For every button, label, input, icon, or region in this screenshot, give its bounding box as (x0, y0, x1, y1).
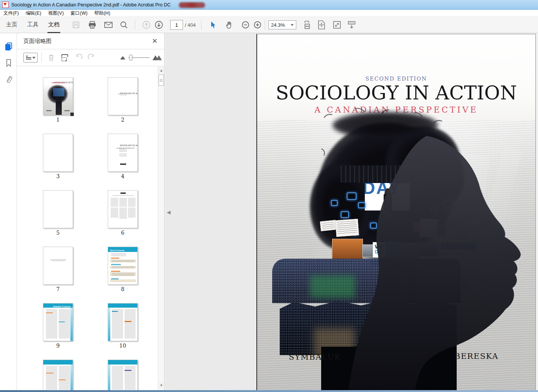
rotate-ccw-icon (75, 54, 83, 61)
rotate-counterclockwise-button[interactable] (73, 52, 84, 63)
window-title: Sociology in Action A Canadian Perspecti… (11, 2, 171, 8)
cover-edition: SECOND EDITION (257, 76, 535, 82)
thumbnail-page-12[interactable]: 12 (90, 360, 155, 390)
thumbnail-toolbar (17, 49, 164, 66)
rotate-cw-icon (87, 54, 96, 61)
document-scrollbar[interactable] (536, 33, 538, 390)
zoom-level-select[interactable]: 24.3% (268, 20, 296, 29)
crop-pages-button[interactable] (59, 52, 70, 63)
pdf-logo-icon (2, 2, 9, 8)
bookmark-icon (5, 59, 12, 67)
print-icon (88, 21, 97, 29)
tab-document[interactable]: 文档 (47, 17, 60, 33)
thumb-label: 1 (56, 117, 60, 123)
sidebar-item-attachments[interactable] (0, 72, 17, 87)
page-down-icon (154, 20, 163, 29)
page-count-label: / 404 (185, 22, 196, 28)
redacted-smudge (179, 2, 205, 8)
scroll-up-button[interactable]: ▲ (159, 67, 164, 73)
thumb-label: 4 (121, 173, 125, 179)
page-thumbnails-panel: 页面缩略图 ✕ (17, 33, 165, 390)
acrobat-window: Sociology in Action A Canadian Perspecti… (0, 0, 538, 392)
collapse-panel-button[interactable]: ◀ (167, 209, 171, 215)
email-icon (104, 21, 113, 29)
save-icon (72, 21, 80, 29)
thumbnail-page-11[interactable]: 11 (26, 360, 90, 390)
author-left: SYMBALUK (289, 352, 341, 361)
rotate-clockwise-button[interactable] (86, 52, 97, 63)
sidebar-item-page-thumbnails[interactable] (0, 39, 17, 53)
thumbnail-page-1[interactable]: SOCIOLOGY IN ACTION 1 (26, 77, 90, 134)
thumbnail-page-9[interactable]: Detailed Contents 9 (26, 303, 90, 360)
crop-pages-icon (60, 53, 69, 62)
thumbnail-grid: SOCIOLOGY IN ACTION 1 SOCIOLOGY IN A (17, 66, 158, 390)
document-pane: ◀ (165, 33, 538, 390)
thumbnail-page-8[interactable]: Brief Contents 8 (90, 247, 155, 303)
panel-close-button[interactable]: ✕ (151, 37, 159, 45)
toolbar-divider (135, 20, 135, 30)
thumb-label: 3 (56, 173, 60, 179)
print-button[interactable] (87, 19, 98, 31)
search-button[interactable] (118, 19, 130, 31)
search-icon (120, 21, 128, 29)
options-list-icon (26, 55, 31, 60)
author-right: BERESKA (454, 352, 498, 361)
thumb-label: 7 (56, 286, 60, 292)
thumbnail-zoom-out-button[interactable] (120, 52, 125, 63)
previous-page-button[interactable] (141, 19, 152, 31)
menu-item-view[interactable]: 视图(V) (45, 10, 67, 17)
menu-item-edit[interactable]: 编辑(E) (22, 10, 45, 17)
zoom-out-icon (241, 21, 250, 29)
menu-item-window[interactable]: 窗口(W) (67, 10, 91, 17)
menu-item-file[interactable]: 文件(F) (0, 10, 22, 17)
zoom-out-button[interactable] (240, 19, 251, 31)
thumbnail-zoom-in-button[interactable] (152, 52, 162, 63)
fullscreen-button[interactable] (331, 19, 343, 31)
view-box-handle[interactable] (70, 113, 74, 116)
thumbnail-scrollbar[interactable]: ▲ ▼ (158, 66, 164, 390)
read-mode-button[interactable] (346, 19, 357, 31)
fit-page-button[interactable] (316, 19, 327, 31)
delete-page-button[interactable] (46, 52, 56, 63)
slider-knob[interactable] (129, 55, 133, 61)
hand-tool-button[interactable] (224, 19, 235, 31)
menu-item-help[interactable]: 帮助(H) (91, 10, 113, 17)
sidebar-item-bookmarks[interactable] (0, 56, 17, 70)
panel-title: 页面缩略图 (23, 38, 52, 45)
thumbnail-page-4[interactable]: SOCIOLOGY IN ACTION A CANADIAN PERSPECTI… (90, 134, 155, 190)
page-thumbnails-icon (5, 42, 13, 51)
title-bar: Sociology in Action A Canadian Perspecti… (0, 0, 538, 10)
navigation-rail (0, 33, 17, 390)
thumb-label: 5 (56, 230, 60, 236)
next-page-button[interactable] (153, 19, 165, 31)
window-bottom-border (0, 390, 538, 392)
thumbnail-page-2[interactable]: SOCIOLOGY IN ACTION 2 (90, 77, 155, 134)
tab-tools[interactable]: 工具 (26, 17, 39, 33)
toolbar-divider (201, 20, 201, 30)
select-tool-button[interactable] (207, 19, 219, 31)
email-button[interactable] (103, 19, 114, 31)
tab-home[interactable]: 主页 (5, 17, 18, 33)
thumbnail-page-6[interactable]: 6 (90, 190, 155, 247)
page-number-input[interactable] (170, 20, 183, 30)
scroll-down-button[interactable]: ▼ (159, 382, 164, 388)
toolbar-divider (265, 20, 265, 30)
caret-down-icon (291, 24, 294, 26)
thumb-label: 10 (119, 343, 126, 349)
thumbnail-page-10[interactable]: 10 (90, 303, 155, 360)
cover-title: SOCIOLOGY IN ACTION (257, 82, 535, 104)
save-button[interactable] (70, 19, 82, 31)
thumb-page-cover[interactable]: SOCIOLOGY IN ACTION (43, 77, 73, 115)
thumbnail-size-slider[interactable] (128, 54, 149, 61)
fit-width-button[interactable] (301, 19, 312, 31)
zoom-in-button[interactable] (252, 19, 263, 31)
page-up-icon (142, 20, 151, 29)
thumb-label: 8 (121, 286, 125, 292)
thumbnail-page-3[interactable]: 3 (26, 134, 90, 190)
thumbnail-options-button[interactable] (23, 53, 38, 63)
thumbnail-page-5[interactable]: 5 (26, 190, 90, 247)
scrollbar-thumb[interactable] (159, 75, 164, 86)
thumbnail-page-7[interactable]: 7 (26, 247, 90, 303)
face-silhouette (314, 113, 524, 390)
big-mountains-icon (152, 55, 162, 60)
